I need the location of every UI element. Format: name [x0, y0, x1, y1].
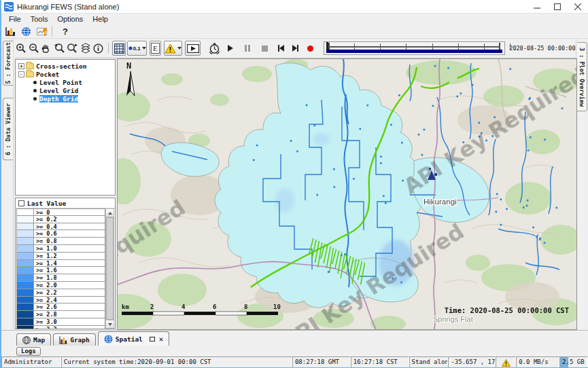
legend-row[interactable]: >= 2.2: [16, 289, 105, 297]
legend-row[interactable]: >= 0.4: [16, 223, 105, 231]
legend-class-label: >= 1.4: [34, 260, 105, 268]
tab-forecast[interactable]: 5 : Forecast: [3, 41, 13, 86]
svg-text:2: 2: [150, 303, 154, 310]
tree-item-level-grid[interactable]: Level Grid: [16, 86, 115, 94]
map-canvas: API Key Required API Key Required API Ke…: [118, 59, 576, 329]
status-system-time: Current system time:2020-09-01 00:00 CST: [61, 356, 292, 368]
legend-class-label: >= 1.2: [34, 253, 105, 260]
status-warning[interactable]: [496, 356, 516, 368]
tree-item-depth-grid[interactable]: Depth Grid: [16, 94, 115, 103]
legend-color-swatch: [16, 253, 34, 260]
time-slider[interactable]: [324, 41, 506, 55]
scroll-up-button[interactable]: [106, 209, 114, 217]
legend-row[interactable]: >= 0.6: [16, 230, 105, 238]
record-button[interactable]: [303, 41, 318, 55]
folder-icon: [26, 63, 34, 69]
legend-row[interactable]: >= 1.2: [16, 253, 105, 260]
tab-plot-overview[interactable]: 3 : Plot Overview: [577, 42, 587, 111]
info-icon[interactable]: [92, 41, 104, 55]
legend-color-swatch: [16, 245, 34, 253]
legend-row[interactable]: >= 2.0: [16, 282, 105, 289]
menu-item-options[interactable]: Options: [52, 15, 88, 23]
menu-item-tools[interactable]: Tools: [26, 15, 53, 23]
svg-text:N: N: [126, 61, 131, 71]
legend-color-swatch: [16, 208, 34, 216]
folder-icon: [26, 71, 34, 77]
svg-text:E: E: [153, 44, 158, 52]
legend-class-label: >= 0: [34, 208, 105, 216]
legend-class-label: >= 3.2: [34, 326, 105, 329]
tree-item-level-point[interactable]: Level Point: [16, 78, 115, 86]
legend-row[interactable]: >= 2.4: [16, 297, 105, 304]
tree-item-label: Pocket: [36, 71, 59, 78]
last-value-checkbox[interactable]: [18, 200, 24, 206]
tab-graph[interactable]: Graph: [53, 333, 96, 346]
svg-text:Hikurangi: Hikurangi: [423, 198, 457, 206]
warnings-dropdown-button[interactable]: [164, 41, 182, 56]
status-memory: 2.5 GB: [559, 356, 588, 368]
legend-class-label: >= 2.4: [34, 297, 105, 304]
status-mode: Stand alone: [409, 356, 449, 368]
tree-expander[interactable]: -: [18, 71, 24, 77]
legend-color-swatch: [16, 303, 34, 311]
last-value-label: Last Value: [27, 200, 66, 207]
grid-display-button[interactable]: [112, 41, 126, 56]
minimize-button[interactable]: [527, 0, 547, 14]
explorer-chart-icon[interactable]: [5, 24, 16, 38]
skip-to-end-button[interactable]: [288, 41, 303, 55]
tree-expander[interactable]: +: [18, 63, 24, 69]
app-logo-icon: [4, 2, 14, 12]
legend-scrollbar[interactable]: [105, 208, 114, 329]
scrollbar-thumb[interactable]: [106, 217, 114, 320]
tab-maximize-icon[interactable]: [150, 337, 155, 342]
tree-item-pocket[interactable]: -Pocket: [16, 70, 115, 78]
zoom-out-icon[interactable]: [27, 41, 39, 55]
help-button[interactable]: ?: [63, 26, 68, 37]
contour-value-label: 0.1: [133, 45, 141, 52]
tab-data-viewer[interactable]: 6 : Data Viewer: [3, 98, 13, 160]
legend-row[interactable]: >= 3.2: [16, 326, 105, 329]
zoom-previous-icon[interactable]: [52, 41, 65, 55]
legend-row[interactable]: >= 3.0: [16, 318, 105, 326]
layers-icon[interactable]: [79, 41, 92, 55]
play-button[interactable]: [222, 41, 239, 55]
zoom-next-icon[interactable]: [66, 41, 79, 55]
legend-row[interactable]: >= 0.8: [16, 238, 105, 245]
legend-color-swatch: [16, 289, 34, 297]
tab-map[interactable]: Map: [16, 333, 51, 346]
contour-value-dropdown[interactable]: 0.1: [127, 41, 147, 56]
pause-button[interactable]: [239, 41, 256, 55]
map-viewport[interactable]: API Key Required API Key Required API Ke…: [117, 58, 577, 330]
legend-row[interactable]: >= 1.0: [16, 245, 105, 253]
scroll-down-button[interactable]: [106, 320, 114, 328]
legend-class-label: >= 3.0: [34, 318, 105, 326]
labels-toggle-button[interactable]: E: [150, 41, 161, 56]
legend-row[interactable]: >= 1.6: [16, 267, 105, 274]
animation-button[interactable]: [185, 41, 200, 56]
tab-close-icon[interactable]: ✕: [159, 335, 164, 344]
legend-row[interactable]: >= 2.6: [16, 303, 105, 311]
legend-row[interactable]: >= 2.8: [16, 311, 105, 318]
timer-icon[interactable]: [207, 41, 222, 55]
tree-item-cross-section[interactable]: +Cross-section: [16, 62, 115, 70]
timeseries-icon[interactable]: [37, 24, 48, 38]
maximize-button[interactable]: [547, 0, 568, 14]
legend-color-swatch: [16, 223, 34, 231]
close-button[interactable]: [568, 0, 588, 14]
skip-to-start-button[interactable]: [273, 41, 288, 55]
menu-item-help[interactable]: Help: [88, 15, 113, 23]
legend-row[interactable]: >= 1.4: [16, 260, 105, 268]
stop-button[interactable]: [256, 41, 273, 55]
globe-icon[interactable]: [21, 24, 31, 38]
menu-bar: FileToolsOptionsHelp: [1, 14, 588, 24]
pan-hand-icon[interactable]: [40, 41, 52, 55]
chevron-down-icon: [177, 47, 181, 50]
logs-tab[interactable]: Logs: [16, 347, 41, 356]
legend-row[interactable]: >= 0.2: [16, 216, 105, 223]
tab-spatial[interactable]: Spatial ✕: [98, 331, 170, 346]
menu-item-file[interactable]: File: [4, 15, 26, 23]
legend-row[interactable]: >= 1.8: [16, 274, 105, 282]
legend-row[interactable]: >= 0: [16, 208, 105, 216]
zoom-in-icon[interactable]: [15, 41, 27, 55]
map-time-label: Time: 2020-08-25 00:00:00 CST: [445, 306, 569, 314]
